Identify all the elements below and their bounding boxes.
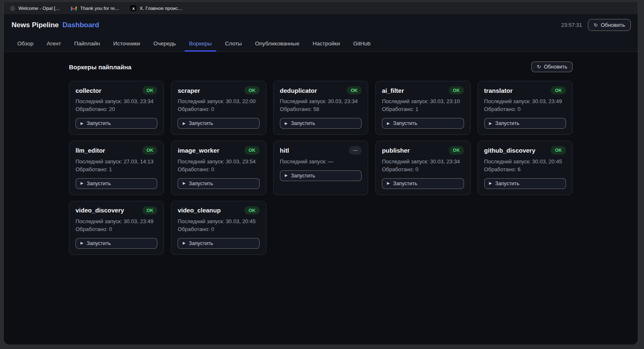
worker-last-run: Последний запуск: 30.03, 23:54 [178,158,259,165]
worker-name: collector [76,87,102,94]
app-title: News Pipeline [12,21,59,29]
worker-card: video_cleanup OK Последний запуск: 30.03… [171,201,266,255]
browser-tabstrip: Welcome - Opal [… Thank you for re… X X.… [4,2,638,15]
worker-processed: Обработано: 0 [382,165,464,173]
worker-last-run: Последний запуск: 30.03, 22:00 [178,97,259,105]
play-icon: ▶ [387,122,390,125]
run-worker-button[interactable]: ▶ Запустить [76,238,157,249]
worker-last-run: Последний запуск: 30.03, 20:45 [484,158,566,165]
worker-status-badge: OK [244,86,260,94]
clock: 23:57:31 [561,22,582,28]
worker-status-badge: OK [142,206,158,215]
play-icon: ▶ [80,241,83,245]
run-worker-button[interactable]: ▶ Запустить [484,118,566,129]
worker-status-badge: OK [551,146,566,154]
workers-refresh-button[interactable]: ↻ Обновить [531,61,573,72]
worker-last-run: Последний запуск: — [280,158,362,165]
run-worker-button[interactable]: ▶ Запустить [382,178,464,189]
worker-processed: Обработано: 0 [178,105,259,113]
tab-опубликованные[interactable]: Опубликованные [255,35,299,52]
tab-обзор[interactable]: Обзор [17,35,33,52]
worker-name: github_discovery [484,147,535,154]
tab-настройки[interactable]: Настройки [313,35,340,52]
worker-card: deduplicator OK Последний запуск: 30.03,… [273,81,368,135]
worker-name: hitl [280,147,289,154]
run-label: Запустить [495,181,520,186]
play-icon: ▶ [182,241,185,245]
tab-очередь[interactable]: Очередь [153,35,176,52]
worker-card: publisher OK Последний запуск: 30.03, 23… [375,141,470,195]
tab-слоты[interactable]: Слоты [225,35,242,52]
worker-last-run: Последний запуск: 30.03, 23:34 [280,97,362,105]
worker-last-run: Последний запуск: 30.03, 23:34 [382,158,464,165]
worker-last-run: Последний запуск: 30.03, 23:49 [484,97,566,105]
worker-name: scraper [178,87,200,94]
play-icon: ▶ [489,122,492,125]
run-worker-button[interactable]: ▶ Запустить [76,118,157,129]
worker-card: scraper OK Последний запуск: 30.03, 22:0… [171,81,266,135]
worker-name: image_worker [178,147,219,154]
worker-name: ai_filter [382,87,404,94]
run-worker-button[interactable]: ▶ Запустить [76,178,157,189]
refresh-icon: ↻ [594,23,598,28]
play-icon: ▶ [80,182,83,185]
worker-processed: Обработано: 20 [76,105,157,113]
worker-processed: Обработано: 0 [178,165,259,173]
worker-processed: Обработано: 58 [280,105,362,113]
worker-status-badge: OK [347,86,362,94]
worker-processed: Обработано: 1 [76,165,157,173]
browser-tab-opal[interactable]: Welcome - Opal [… [10,6,60,11]
run-label: Запустить [393,181,417,186]
gmail-favicon-icon [71,5,77,11]
run-label: Запустить [87,120,111,126]
worker-name: deduplicator [280,87,317,94]
run-worker-button[interactable]: ▶ Запустить [178,118,259,129]
worker-name: llm_editor [76,147,105,154]
play-icon: ▶ [285,122,288,125]
worker-status-badge: OK [142,146,158,154]
worker-last-run: Последний запуск: 30.03, 20:45 [178,217,259,225]
browser-tab-gmail[interactable]: Thank you for re… [71,5,119,11]
tab-пайплайн[interactable]: Пайплайн [74,35,100,52]
run-label: Запустить [189,241,213,246]
run-label: Запустить [393,120,417,126]
tab-github[interactable]: GitHub [353,35,371,52]
browser-tab-x[interactable]: X X. Главное проис… [130,5,182,11]
app-header: News Pipeline Dashboard 23:57:31 ↻ Обнов… [4,15,638,35]
worker-status-badge: OK [244,146,260,154]
browser-tab-title: X. Главное проис… [140,6,182,11]
run-worker-button[interactable]: ▶ Запустить [178,178,259,189]
worker-card: collector OK Последний запуск: 30.03, 23… [69,81,164,135]
workers-grid: collector OK Последний запуск: 30.03, 23… [69,81,573,255]
browser-tab-title: Thank you for re… [80,6,119,11]
worker-status-badge: — [349,146,362,154]
worker-name: translator [484,87,513,94]
play-icon: ▶ [80,122,83,125]
worker-last-run: Последний запуск: 27.03, 14:13 [76,158,157,165]
worker-processed: Обработано: 0 [484,105,566,113]
x-favicon-icon: X [130,5,136,11]
header-refresh-button[interactable]: ↻ Обновить [588,19,631,31]
worker-card: ai_filter OK Последний запуск: 30.03, 23… [375,81,470,135]
worker-card: hitl — Последний запуск: — ▶ Запустить [273,141,368,195]
worker-processed: Обработано: 0 [76,225,157,233]
run-worker-button[interactable]: ▶ Запустить [280,118,362,129]
run-label: Запустить [189,181,213,186]
worker-last-run: Последний запуск: 30.03, 23:34 [76,97,157,105]
browser-window: Welcome - Opal [… Thank you for re… X X.… [3,2,638,344]
run-worker-button[interactable]: ▶ Запустить [280,170,362,181]
run-worker-button[interactable]: ▶ Запустить [382,118,464,129]
worker-name: video_cleanup [178,207,220,214]
tab-воркеры[interactable]: Воркеры [189,35,212,52]
worker-card: llm_editor OK Последний запуск: 27.03, 1… [69,141,164,195]
worker-status-badge: OK [244,206,260,215]
run-label: Запустить [291,120,315,126]
run-worker-button[interactable]: ▶ Запустить [178,238,259,249]
tab-агент[interactable]: Агент [47,35,61,52]
worker-processed: Обработано: 1 [382,105,464,113]
worker-last-run: Последний запуск: 30.03, 23:49 [76,217,157,225]
worker-name: publisher [382,147,410,154]
run-worker-button[interactable]: ▶ Запустить [484,178,566,189]
tab-источники[interactable]: Источники [113,35,140,52]
browser-tab-title: Welcome - Opal [… [19,6,60,11]
